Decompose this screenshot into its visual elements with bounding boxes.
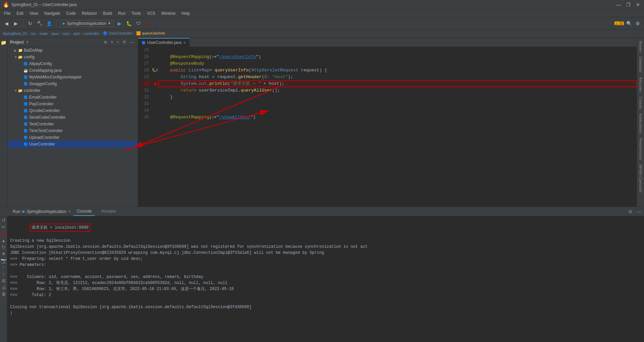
bottom-minimize-icon[interactable]: —	[637, 209, 641, 214]
breadcrumb-java[interactable]: java	[52, 32, 58, 36]
toolbar-run-btn[interactable]: ▶	[116, 20, 123, 27]
breadcrumb-class[interactable]: 🔵 UserController	[103, 31, 132, 36]
console-edit-icon[interactable]: ✏	[2, 224, 6, 230]
sidebar-maven[interactable]: Maven	[638, 39, 643, 54]
project-header: Project ▼ ⊕ ≡ ≈ ⚙ —	[7, 38, 138, 47]
console-line-3: JDBC Connection [HikariProxyConnection@8…	[10, 250, 641, 256]
toolbar-build[interactable]: 🔨	[36, 20, 43, 27]
code-line-26: 26 @RequestMapping(⊙▼"/queryUserInfo")	[138, 54, 637, 60]
sidebar-aikcoder[interactable]: AiKcoder	[638, 75, 643, 94]
run-close-icon[interactable]: ✕	[68, 210, 71, 213]
toolbar-coverage-btn[interactable]: 🛡	[135, 20, 142, 27]
project-dropdown[interactable]: ▼	[26, 40, 29, 44]
sidebar-notifications[interactable]: Notifications	[638, 111, 643, 135]
tree-testcontroller[interactable]: 🔵 TestController	[7, 121, 138, 127]
console-print-icon[interactable]: 🖨	[1, 285, 6, 290]
tree-swaggerconfig[interactable]: 🔵 SwaggerConfig	[7, 80, 138, 87]
console-trash-icon[interactable]: 🗑	[1, 291, 6, 297]
toolbar-search[interactable]: 🔍	[625, 20, 633, 27]
folder-controller-icon: 📂	[18, 89, 23, 93]
menu-help[interactable]: Help	[179, 10, 193, 16]
menu-file[interactable]: File	[1, 10, 13, 16]
tree-baidumap[interactable]: ▶ 📁 BaiDuMap	[7, 47, 138, 54]
project-header-actions: ⊕ ≡ ≈ ⚙ —	[103, 39, 135, 45]
tree-usercontroller[interactable]: 🔵 UserController	[7, 141, 138, 148]
project-tree: ▶ 📁 BaiDuMap ▼ 📂 config 🔵 AlipayConfig	[7, 47, 138, 207]
project-close[interactable]: —	[129, 39, 135, 45]
console-sync-icon[interactable]: ↻	[2, 244, 6, 250]
breadcrumb-wyh[interactable]: wyh	[73, 32, 80, 36]
java-file-icon: ☕	[23, 68, 28, 73]
tree-emailcontroller[interactable]: 🔵 EmailController	[7, 94, 138, 101]
tab-icon: 🔵	[142, 41, 146, 45]
console-stop-icon[interactable]: ■	[2, 231, 5, 236]
tree-config[interactable]: ▼ 📂 config	[7, 54, 138, 60]
project-title: Project	[10, 40, 24, 45]
toolbar-settings[interactable]: ⚙	[634, 20, 641, 27]
toolbar-forward[interactable]: ▶	[12, 20, 19, 27]
console-up-icon[interactable]: ▲	[1, 238, 6, 243]
project-collapse-all[interactable]: ≡	[110, 39, 114, 45]
email-class-icon: 🔵	[23, 95, 28, 100]
menu-code[interactable]: Code	[63, 10, 78, 16]
tree-timetestcontroller[interactable]: 🔵 TimeTestController	[7, 127, 138, 134]
breadcrumb-springboot[interactable]: SpringBoot_01	[3, 32, 27, 36]
tab-actuator[interactable]: Actuator	[98, 207, 119, 216]
console-collapse-icon[interactable]: ↕	[2, 271, 5, 277]
editor-area: 🔵 UserController.java ✕ 25 26 @RequestMa…	[138, 38, 637, 207]
sidebar-project-icon[interactable]: 📁	[0, 39, 7, 46]
project-locate-icon[interactable]: ⊕	[103, 39, 108, 45]
minimize-button[interactable]: —	[615, 2, 622, 7]
console-restart-icon[interactable]: ↺	[2, 218, 6, 223]
tree-uploadcontroller[interactable]: 🔵 UploadController	[7, 134, 138, 141]
menu-run[interactable]: Run	[115, 10, 128, 16]
folder-icon-open: 📂	[18, 55, 23, 59]
breadcrumb-main[interactable]: main	[40, 32, 48, 36]
console-line-9: <== Total: 2	[10, 292, 641, 298]
code-editor[interactable]: 25 26 @RequestMapping(⊙▼"/queryUserInfo"…	[138, 47, 637, 207]
console-down-icon[interactable]: ▼	[1, 251, 6, 256]
console-up2-icon[interactable]: ↑	[2, 265, 5, 270]
tree-qrcodecontroller[interactable]: 🔵 QrcodeController	[7, 107, 138, 114]
menu-edit[interactable]: Edit	[14, 10, 26, 16]
breadcrumb-method[interactable]: 🟧 queryUserInfo	[136, 31, 165, 36]
menu-navigate[interactable]: Navigate	[42, 10, 63, 16]
run-icon: ▶	[22, 209, 25, 214]
toolbar-inspect[interactable]: 👤	[45, 20, 53, 27]
sidebar-bpmn[interactable]: BPMN-Camunda	[638, 163, 643, 194]
maximize-button[interactable]: ❐	[625, 2, 632, 7]
sidebar-database[interactable]: Database	[638, 55, 643, 74]
tab-console[interactable]: Console	[73, 207, 95, 216]
run-config-selector[interactable]: ▶ SpringBootApplication ▼	[60, 20, 114, 27]
breadcrumb-src[interactable]: src	[31, 32, 36, 36]
toolbar-refresh[interactable]: ↻	[26, 20, 34, 27]
menu-view[interactable]: View	[27, 10, 41, 16]
editor-tab-usercontroller[interactable]: 🔵 UserController.java ✕	[138, 38, 190, 47]
console-camera-icon[interactable]: 📷	[1, 258, 6, 263]
menu-build[interactable]: Build	[100, 10, 115, 16]
console-expand-icon[interactable]: ⊞	[2, 278, 6, 283]
sidebar-codota[interactable]: Codota	[638, 95, 643, 111]
tree-alipayconfig[interactable]: 🔵 AlipayConfig	[7, 60, 138, 67]
bottom-settings-icon[interactable]: ⚙	[628, 209, 633, 214]
project-sort[interactable]: ≈	[116, 39, 120, 45]
sidebar-restservices[interactable]: RestServices	[638, 136, 643, 162]
close-button[interactable]: ✕	[635, 2, 641, 7]
tab-close-btn[interactable]: ✕	[183, 41, 186, 45]
tree-controller[interactable]: ▼ 📂 controller	[7, 87, 138, 94]
tree-sendcodecontroller[interactable]: 🔵 SendCodeController	[7, 114, 138, 121]
menu-window[interactable]: Window	[159, 10, 178, 16]
menu-vcs[interactable]: VCS	[144, 10, 158, 16]
breadcrumb-controller[interactable]: controller	[84, 32, 99, 36]
menu-refactor[interactable]: Refactor	[79, 10, 100, 16]
code-line-34: 34	[138, 107, 637, 114]
project-settings[interactable]: ⚙	[121, 39, 127, 45]
menu-tools[interactable]: Tools	[129, 10, 144, 16]
breadcrumb-com[interactable]: com	[62, 32, 69, 36]
tree-mywebmvc[interactable]: 🔵 MyWebMvcConfigureAdapter	[7, 74, 138, 80]
tree-corsmapping[interactable]: ☕ CorsMapping.java	[7, 67, 138, 74]
toolbar-stop-btn[interactable]: ■	[144, 20, 152, 27]
tree-paycontroller[interactable]: 🔵 PayController	[7, 101, 138, 107]
toolbar-debug-btn[interactable]: 🐛	[125, 20, 133, 27]
toolbar-back[interactable]: ◀	[3, 20, 10, 27]
